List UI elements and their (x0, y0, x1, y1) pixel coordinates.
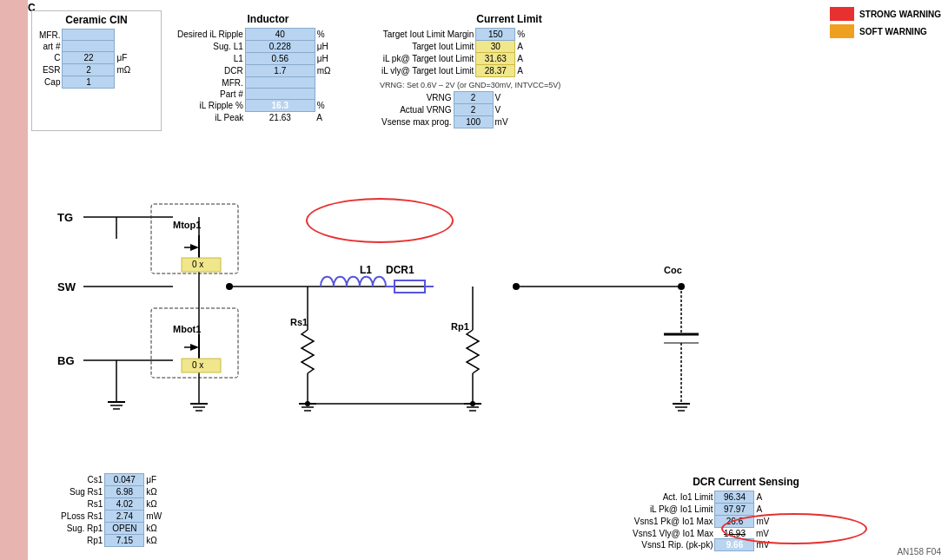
inductor-label-dcr: DCR (176, 65, 245, 77)
strong-warning-item: STRONG WARNING (830, 7, 941, 21)
inductor-label-il-peak: iL Peak (176, 112, 245, 123)
vrng-row: VRNG 2 V (380, 92, 510, 104)
bg-label: BG (57, 354, 75, 367)
bottom-note: AN158 F04 (897, 547, 941, 557)
cl-row-target: Target Iout Limit 30 A (380, 41, 527, 53)
ceramic-unit-esr: mΩ (115, 64, 132, 76)
inductor-value-l1: 0.56 (245, 53, 315, 65)
sug-rs1-label: Sug Rs1 (59, 486, 105, 498)
vsns1-vly-row: Vsns1 Vly@ Io1 Max 16.93 mV (631, 528, 771, 539)
rs1-label: Rs1 (59, 498, 105, 511)
vrng-label: VRNG (380, 92, 454, 104)
svg-marker-9 (190, 244, 199, 251)
inductor-row-l1: L1 0.56 μH (176, 53, 333, 65)
cl-row-margin: Target Iout Limit Margin 150 % (380, 29, 527, 41)
vsns1-pk-unit: mV (754, 516, 772, 528)
vsense-unit: mV (493, 116, 510, 128)
sug-rp1-label: Sug. Rp1 (59, 523, 105, 535)
circuit-diagram: TG SW BG Mtop1 (56, 161, 768, 464)
sensing-left-table: Cs1 0.047 μF Sug Rs1 6.98 kΩ Rs1 4.02 kΩ… (59, 473, 163, 547)
current-limit-table: Target Iout Limit Margin 150 % Target Io… (380, 28, 527, 77)
dcr-sensing-table: Act. Io1 Limit 96.34 A iL Pk@ Io1 Limit … (631, 491, 771, 551)
inductor-title: Inductor (176, 13, 361, 25)
svg-marker-18 (190, 344, 199, 351)
sug-rs1-value: 6.98 (105, 486, 144, 498)
ceramic-table: MFR. art # C 22 μF ESR (37, 29, 132, 89)
actual-vrng-value: 2 (454, 104, 493, 116)
cl-unit-target: A (515, 41, 527, 53)
inductor-unit-il-peak: A (315, 112, 332, 123)
soft-warning-item: SOFT WARNING (830, 24, 941, 38)
ceramic-row-mfr: MFR. (37, 30, 132, 41)
act-io1-unit: A (754, 491, 772, 504)
vsns1-rip-row: Vsns1 Rip. (pk-pk) 9.66 mV (631, 539, 771, 551)
ceramic-label-part: art # (37, 41, 63, 52)
rs1-row: Rs1 4.02 kΩ (59, 498, 163, 511)
cl-unit-vly-limit: A (515, 65, 527, 77)
inductor-label-desired-ripple: Desired iL Ripple (176, 29, 245, 41)
cl-label-pk-limit: iL pk@ Target Iout Limit (380, 53, 476, 65)
inductor-row-il-peak: iL Peak 21.63 A (176, 112, 333, 123)
ceramic-value-part (63, 41, 115, 52)
vsns1-vly-value: 16.93 (715, 528, 754, 539)
vsns1-pk-value: 26.6 (715, 516, 754, 528)
dcr-sensing-block: DCR Current Sensing Act. Io1 Limit 96.34… (631, 476, 861, 551)
vsns1-rip-value: 9.66 (715, 539, 754, 551)
inductor-value-part (245, 89, 315, 100)
cl-label-margin: Target Iout Limit Margin (380, 29, 476, 41)
ceramic-label-c: C (37, 52, 63, 64)
soft-warning-box (830, 24, 854, 38)
sug-rs1-unit: kΩ (144, 486, 163, 498)
cl-row-pk-limit: iL pk@ Target Iout Limit 31.63 A (380, 53, 527, 65)
cl-value-margin: 150 (476, 29, 515, 41)
svg-text:Rs1: Rs1 (290, 317, 308, 327)
cl-label-vly-limit: iL vly@ Target Iout Limit (380, 65, 476, 77)
rp1-value: 7.15 (105, 535, 144, 547)
sw-label: SW (57, 280, 76, 293)
bottom-left-params: Cs1 0.047 μF Sug Rs1 6.98 kΩ Rs1 4.02 kΩ… (59, 473, 163, 547)
cl-value-target: 30 (476, 41, 515, 53)
current-limit-title: Current Limit (380, 13, 639, 25)
inductor-value-desired-ripple: 40 (245, 29, 315, 41)
cl-unit-pk-limit: A (515, 53, 527, 65)
ceramic-value-mfr (63, 30, 115, 41)
ploss-rs1-row: PLoss Rs1 2.74 mW (59, 511, 163, 523)
ceramic-row-c: C 22 μF (37, 52, 132, 64)
svg-text:DCR1: DCR1 (386, 264, 414, 276)
ceramic-row-cap: Cap 1 (37, 76, 132, 89)
ceramic-value-esr: 2 (63, 64, 115, 76)
inductor-table: Desired iL Ripple 40 % Sug. L1 0.228 μH … (176, 28, 333, 123)
rs1-value: 4.02 (105, 498, 144, 511)
inductor-row-ripple-pct: iL Ripple % 16.3 % (176, 100, 333, 112)
ceramic-unit-c: μF (115, 52, 132, 64)
cs1-row: Cs1 0.047 μF (59, 474, 163, 486)
inductor-row-part: Part # (176, 89, 333, 100)
il-pk-io1-unit: A (754, 504, 772, 516)
ceramic-title: Ceramic CIN (37, 14, 156, 26)
cl-unit-margin: % (515, 29, 527, 41)
vsns1-vly-unit: mV (754, 528, 772, 539)
inductor-row-sugl1: Sug. L1 0.228 μH (176, 41, 333, 53)
content-area: C Ceramic CIN MFR. art # (28, 0, 948, 560)
cl-value-vly-limit: 28.37 (476, 65, 515, 77)
vsense-row: Vsense max prog. 100 mV (380, 116, 510, 128)
sug-rp1-value: OPEN (105, 523, 144, 535)
inductor-value-dcr: 1.7 (245, 65, 315, 77)
strong-warning-box (830, 7, 854, 21)
svg-point-33 (513, 283, 520, 290)
svg-text:0 x: 0 x (192, 260, 203, 269)
vrng-note: VRNG: Set 0.6V – 2V (or GND=30mV, INTVCC… (380, 81, 639, 89)
inductor-label-mfr: MFR. (176, 77, 245, 89)
svg-text:Mtop1: Mtop1 (173, 220, 201, 230)
rp1-row: Rp1 7.15 kΩ (59, 535, 163, 547)
inductor-value-mfr (245, 77, 315, 89)
inductor-unit-l1: μH (315, 53, 332, 65)
ceramic-block: Ceramic CIN MFR. art # C 22 (31, 10, 162, 131)
svg-point-56 (305, 401, 310, 406)
inductor-row-desired-ripple: Desired iL Ripple 40 % (176, 29, 333, 41)
tg-label: TG (57, 211, 73, 224)
cs1-value: 0.047 (105, 474, 144, 486)
current-limit-block: Current Limit Target Iout Limit Margin 1… (375, 10, 644, 131)
dcr-sensing-title: DCR Current Sensing (631, 476, 861, 488)
vsense-value: 100 (454, 116, 493, 128)
